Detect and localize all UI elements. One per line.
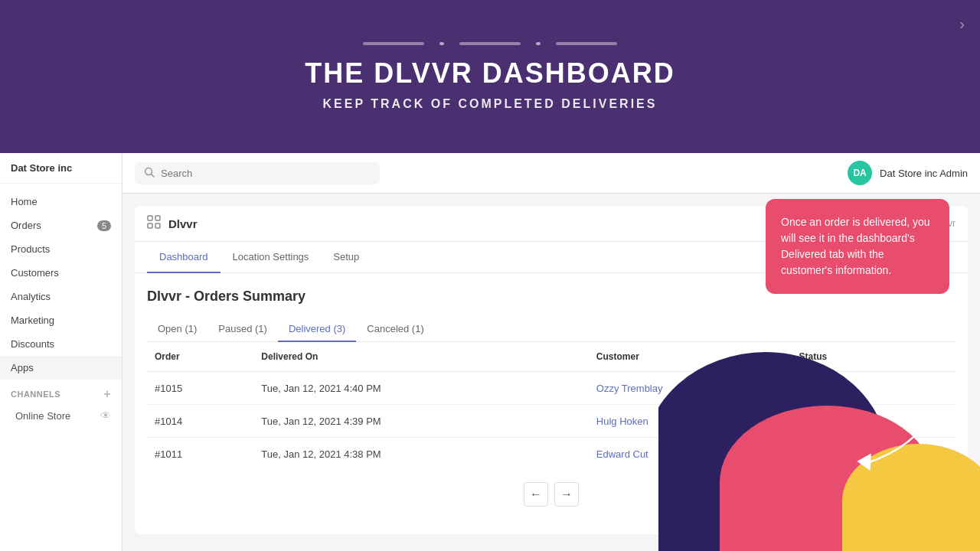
sidebar-item-orders[interactable]: Orders 5 — [0, 214, 122, 237]
tab-setup[interactable]: Setup — [321, 242, 371, 273]
store-name: Dat Store inc — [0, 153, 122, 184]
delivered-on: Tue, Jan 12, 2021 4:38 PM — [253, 438, 588, 471]
sidebar-item-online-store[interactable]: Online Store 👁 — [0, 404, 122, 427]
orders-badge: 5 — [97, 220, 111, 231]
eye-icon: 👁 — [100, 409, 111, 422]
svg-rect-5 — [155, 223, 160, 228]
sidebar-item-marketing[interactable]: Marketing — [0, 308, 122, 332]
delivered-on: Tue, Jan 12, 2021 4:40 PM — [253, 372, 588, 405]
svg-rect-3 — [155, 216, 160, 220]
sidebar-nav: Home Orders 5 Products Customers Analyti… — [0, 184, 122, 433]
tooltip-text: Once an order is delivered, you will see… — [781, 216, 930, 276]
search-icon — [144, 167, 155, 180]
sidebar-item-discounts[interactable]: Discounts — [0, 332, 122, 356]
tooltip-bubble: Once an order is delivered, you will see… — [766, 199, 949, 294]
sidebar: Dat Store inc Home Orders 5 Products Cus… — [0, 153, 122, 551]
prev-page-button[interactable]: ← — [524, 482, 548, 507]
order-number: #1011 — [147, 438, 253, 471]
sidebar-item-products[interactable]: Products — [0, 237, 122, 261]
sidebar-item-analytics[interactable]: Analytics — [0, 285, 122, 308]
next-page-button[interactable]: → — [554, 482, 579, 507]
svg-rect-4 — [148, 223, 152, 228]
sub-tab-paused[interactable]: Paused (1) — [207, 317, 278, 342]
hero-decoration — [363, 42, 617, 45]
col-delivered-on: Delivered On — [253, 342, 588, 372]
sub-tab-open[interactable]: Open (1) — [147, 317, 207, 342]
tab-location-settings[interactable]: Location Settings — [220, 242, 322, 273]
search-box[interactable] — [135, 162, 380, 184]
order-number: #1014 — [147, 405, 253, 438]
sidebar-item-home[interactable]: Home — [0, 190, 122, 214]
col-order: Order — [147, 342, 253, 372]
tab-dashboard[interactable]: Dashboard — [147, 242, 220, 273]
app-grid-icon — [147, 215, 161, 232]
svg-marker-6 — [856, 453, 874, 472]
hero-title: THE DLVVR DASHBOARD — [305, 57, 675, 90]
delivered-on: Tue, Jan 12, 2021 4:39 PM — [253, 405, 588, 438]
channels-section-header: CHANNELS + — [0, 380, 122, 404]
sidebar-item-apps[interactable]: Apps — [0, 356, 122, 380]
add-channel-icon[interactable]: + — [103, 387, 111, 401]
app-name: Dlvvr — [168, 217, 198, 230]
svg-line-1 — [152, 174, 155, 177]
sidebar-item-customers[interactable]: Customers — [0, 261, 122, 285]
order-number: #1015 — [147, 372, 253, 405]
illustration-panel: Once an order is delivered, you will see… — [658, 153, 980, 551]
hero-subtitle: KEEP TRACK OF COMPLETED DELIVERIES — [323, 97, 658, 111]
app-header-left: Dlvvr — [147, 215, 198, 232]
hero-arrow-icon: › — [959, 15, 965, 33]
svg-rect-2 — [148, 216, 152, 220]
sub-tab-canceled[interactable]: Canceled (1) — [356, 317, 434, 342]
arrow-illustration — [850, 395, 949, 490]
hero-section: › THE DLVVR DASHBOARD KEEP TRACK OF COMP… — [0, 0, 980, 153]
search-input[interactable] — [161, 168, 371, 179]
sub-tab-delivered[interactable]: Delivered (3) — [278, 317, 356, 342]
